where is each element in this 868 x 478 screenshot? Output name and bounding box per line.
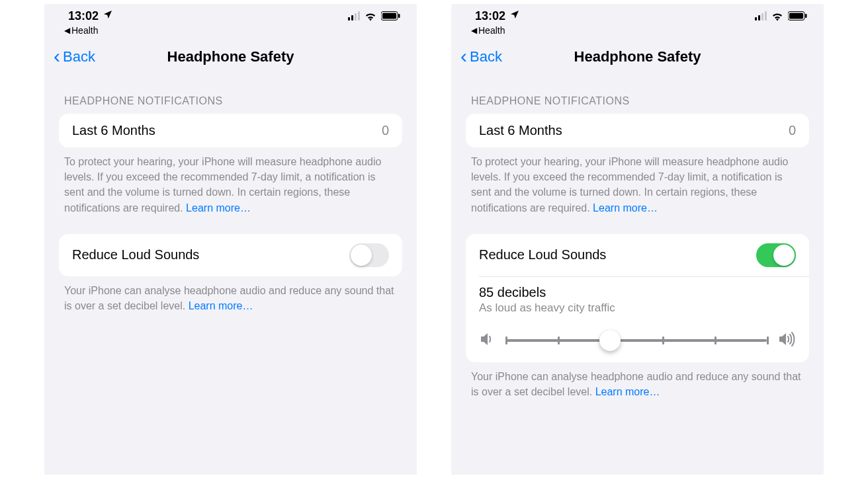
row-reduce-loud-sounds: Reduce Loud Sounds [466, 234, 809, 276]
phone-left: 13:02 ◀ Health ‹ Back [44, 4, 417, 475]
row-last-6-months[interactable]: Last 6 Months 0 [466, 114, 809, 147]
status-bar: 13:02 [451, 4, 824, 25]
navbar: ‹ Back Headphone Safety [44, 38, 417, 75]
decibel-slider[interactable] [505, 339, 767, 342]
svg-rect-5 [805, 14, 807, 18]
decibel-value: 85 decibels [479, 285, 796, 300]
decibel-slider-block: 85 decibels As loud as heavy city traffi… [466, 277, 809, 362]
speaker-high-icon [777, 332, 796, 349]
row-value: 0 [382, 123, 389, 138]
section-footer-reduce-loud: Your iPhone can analyse headphone audio … [466, 362, 809, 399]
learn-more-link[interactable]: Learn more… [189, 300, 253, 311]
page-title: Headphone Safety [451, 48, 824, 65]
status-bar: 13:02 [44, 4, 417, 25]
navbar: ‹ Back Headphone Safety [451, 38, 824, 75]
learn-more-link[interactable]: Learn more… [595, 386, 660, 397]
row-reduce-loud-sounds: Reduce Loud Sounds [59, 234, 402, 276]
section-header-notifications: HEADPHONE NOTIFICATIONS [466, 95, 809, 114]
learn-more-link[interactable]: Learn more… [593, 202, 658, 214]
cell-group-reduce-loud: Reduce Loud Sounds 85 decibels As loud a… [466, 234, 809, 362]
status-time: 13:02 [475, 9, 505, 23]
wifi-icon [364, 11, 377, 21]
svg-rect-2 [398, 14, 400, 18]
section-header-notifications: HEADPHONE NOTIFICATIONS [59, 95, 402, 114]
location-icon [509, 9, 520, 23]
back-label: Back [470, 48, 502, 65]
back-label: Back [63, 48, 95, 65]
breadcrumb[interactable]: ◀ Health [44, 25, 417, 38]
learn-more-link[interactable]: Learn more… [186, 202, 251, 214]
row-label: Reduce Loud Sounds [72, 247, 199, 262]
breadcrumb-back-icon: ◀ [64, 26, 70, 35]
back-button[interactable]: ‹ Back [460, 48, 502, 66]
wifi-icon [771, 11, 784, 21]
page-title: Headphone Safety [44, 48, 417, 65]
status-left: 13:02 [475, 9, 520, 23]
status-right [348, 11, 401, 21]
chevron-left-icon: ‹ [460, 46, 467, 66]
cell-group-notifications: Last 6 Months 0 [466, 114, 809, 147]
back-button[interactable]: ‹ Back [54, 48, 95, 66]
content: HEADPHONE NOTIFICATIONS Last 6 Months 0 … [44, 75, 417, 313]
battery-icon [381, 11, 401, 20]
status-time: 13:02 [68, 9, 99, 23]
row-label: Last 6 Months [479, 123, 562, 138]
speaker-low-icon [479, 332, 495, 349]
svg-rect-4 [789, 13, 803, 19]
section-footer-notifications: To protect your hearing, your iPhone wil… [59, 147, 402, 216]
row-label: Reduce Loud Sounds [479, 247, 606, 262]
cell-signal-icon [755, 11, 767, 20]
content: HEADPHONE NOTIFICATIONS Last 6 Months 0 … [451, 75, 824, 399]
cell-group-notifications: Last 6 Months 0 [59, 114, 402, 147]
location-icon [103, 9, 113, 23]
reduce-loud-sounds-toggle[interactable] [349, 243, 389, 267]
breadcrumb[interactable]: ◀ Health [451, 25, 824, 38]
chevron-left-icon: ‹ [54, 46, 60, 66]
cell-signal-icon [348, 11, 360, 20]
reduce-loud-sounds-toggle[interactable] [756, 243, 796, 267]
svg-rect-1 [382, 13, 396, 19]
row-label: Last 6 Months [72, 123, 155, 138]
row-value: 0 [789, 123, 796, 138]
phone-right: 13:02 ◀ Health ‹ Back [451, 4, 824, 475]
status-right [755, 11, 808, 21]
cell-group-reduce-loud: Reduce Loud Sounds [59, 234, 402, 276]
breadcrumb-label: Health [71, 25, 98, 36]
section-footer-notifications: To protect your hearing, your iPhone wil… [466, 147, 809, 216]
breadcrumb-label: Health [478, 25, 505, 36]
battery-icon [788, 11, 808, 20]
section-footer-reduce-loud: Your iPhone can analyse headphone audio … [59, 276, 402, 313]
breadcrumb-back-icon: ◀ [471, 26, 477, 35]
row-last-6-months[interactable]: Last 6 Months 0 [59, 114, 402, 147]
decibel-slider-row [479, 332, 796, 349]
decibel-description: As loud as heavy city traffic [479, 301, 796, 315]
status-left: 13:02 [68, 9, 113, 23]
